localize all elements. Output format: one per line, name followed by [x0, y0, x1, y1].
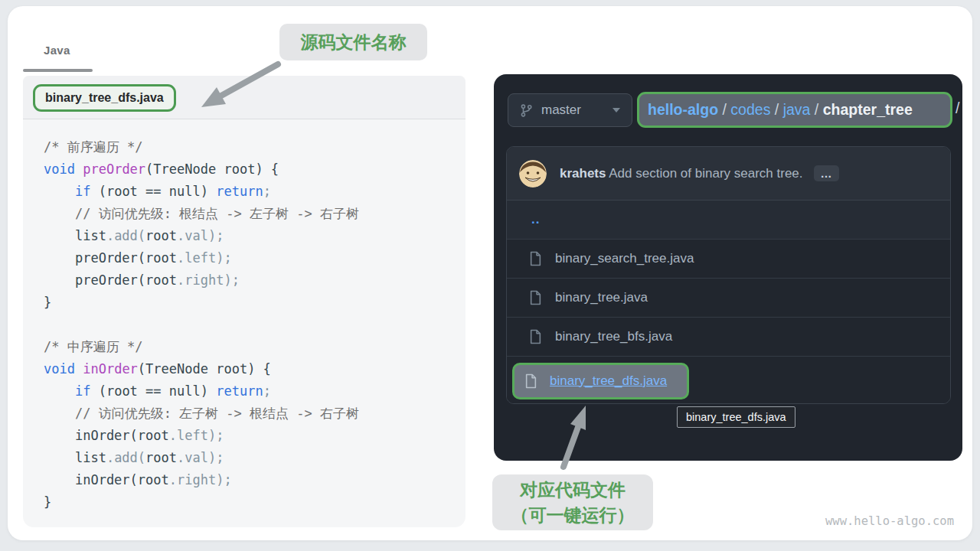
- file-name[interactable]: binary_tree_bfs.java: [555, 329, 672, 344]
- link-tooltip: binary_tree_dfs.java: [677, 406, 795, 428]
- highlighted-file-box: binary_tree_dfs.java: [512, 363, 689, 399]
- parent-directory-link[interactable]: ..: [531, 212, 540, 227]
- annotation-source-filename-label: 源码文件名称: [279, 24, 427, 60]
- breadcrumb-separator: /: [718, 101, 730, 118]
- file-icon: [524, 373, 537, 389]
- annotation-code-file-label: 对应代码文件 （可一键运行）: [492, 474, 653, 530]
- annotation-bottom-line2: （可一键运行）: [511, 503, 635, 528]
- commit-more-button[interactable]: …: [814, 165, 839, 181]
- branch-name: master: [541, 103, 581, 118]
- file-row-highlighted[interactable]: binary_tree_dfs.java: [507, 357, 950, 404]
- breadcrumb-separator: /: [770, 101, 782, 118]
- avatar[interactable]: [519, 160, 547, 187]
- commit-message-text: Add section of binary search tree.: [609, 166, 802, 181]
- breadcrumb-segment-codes[interactable]: codes: [730, 101, 770, 118]
- file-icon: [529, 290, 542, 305]
- file-icon: [529, 251, 542, 266]
- breadcrumb-highlight-box: hello-algo / codes / java / chapter_tree: [637, 92, 952, 128]
- watermark: www.hello-algo.com: [825, 514, 954, 528]
- github-panel: master hello-algo / codes / java / chapt…: [494, 74, 962, 461]
- code-panel-header: binary_tree_dfs.java: [23, 76, 466, 119]
- highlighted-file-link[interactable]: binary_tree_dfs.java: [550, 373, 667, 389]
- breadcrumb: hello-algo / codes / java / chapter_tree: [648, 101, 913, 119]
- source-filename-box: binary_tree_dfs.java: [33, 84, 176, 112]
- breadcrumb-separator: /: [810, 101, 822, 118]
- parent-directory-row[interactable]: ..: [507, 201, 950, 240]
- breadcrumb-segment-java[interactable]: java: [783, 101, 811, 118]
- file-icon: [529, 329, 542, 344]
- commit-message: krahets Add section of binary search tre…: [560, 166, 803, 181]
- file-row[interactable]: binary_tree.java: [507, 279, 950, 318]
- branch-selector-button[interactable]: master: [508, 93, 632, 127]
- file-name[interactable]: binary_search_tree.java: [555, 251, 694, 266]
- file-listing: krahets Add section of binary search tre…: [506, 146, 951, 404]
- breadcrumb-trailing-slash: /: [956, 99, 959, 117]
- git-branch-icon: [520, 104, 533, 117]
- file-name[interactable]: binary_tree.java: [555, 290, 648, 305]
- code-panel: binary_tree_dfs.java /* 前序遍历 */void preO…: [23, 76, 466, 527]
- file-row[interactable]: binary_tree_bfs.java: [507, 318, 950, 357]
- tab-java[interactable]: Java: [44, 44, 70, 57]
- breadcrumb-segment-hello-algo[interactable]: hello-algo: [648, 101, 718, 118]
- annotation-bottom-line1: 对应代码文件: [520, 478, 626, 503]
- breadcrumb-segment-chapter_tree: chapter_tree: [823, 101, 913, 118]
- annotation-top-text: 源码文件名称: [301, 31, 407, 54]
- file-row[interactable]: binary_search_tree.java: [507, 240, 950, 279]
- commit-author-link[interactable]: krahets: [560, 166, 606, 181]
- tab-underline: [23, 69, 93, 72]
- code-block: /* 前序遍历 */void preOrder(TreeNode root) {…: [44, 136, 359, 514]
- chevron-down-icon: [612, 108, 620, 112]
- latest-commit-bar: krahets Add section of binary search tre…: [507, 147, 950, 201]
- source-filename: binary_tree_dfs.java: [45, 91, 164, 105]
